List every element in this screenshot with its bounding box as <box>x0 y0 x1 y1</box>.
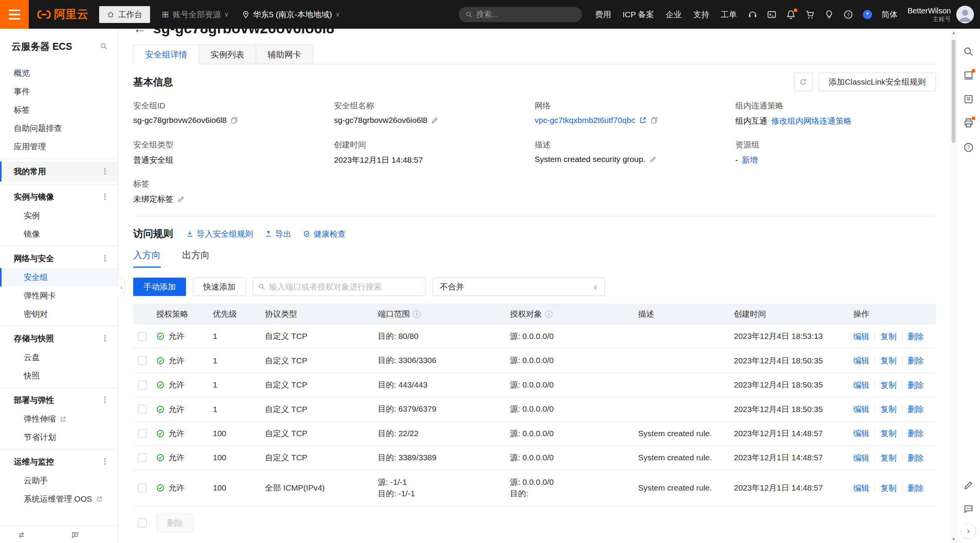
language-switch[interactable]: 简体 <box>882 9 898 20</box>
sidebar-group-header[interactable]: 运维与监控 ⋮ <box>0 452 118 471</box>
rule-action-copy[interactable]: 复制 <box>875 429 902 438</box>
sidebar-item[interactable]: 弹性网卡 <box>0 286 118 305</box>
column-header[interactable]: 创建时间 <box>734 309 853 319</box>
merge-select[interactable]: 不合并 ∨ <box>433 278 605 296</box>
service-icon[interactable] <box>748 10 758 20</box>
scroll-up-icon[interactable]: ▲ <box>951 30 956 35</box>
edit-icon[interactable] <box>649 155 657 163</box>
sidebar-group-header[interactable]: 部署与弹性 ⋮ <box>0 391 118 410</box>
rule-action-delete[interactable]: 删除 <box>902 484 929 492</box>
rail-list-icon[interactable] <box>963 94 974 105</box>
rule-action-delete[interactable]: 删除 <box>902 429 929 438</box>
sidebar-item[interactable]: 自助问题排查 <box>0 119 118 137</box>
direction-tab[interactable]: 出方向 <box>182 249 210 268</box>
edit-icon[interactable] <box>177 195 185 203</box>
rail-feedback-icon[interactable] <box>963 504 974 514</box>
rail-printer-icon[interactable] <box>963 118 974 128</box>
kebab-icon[interactable]: ⋮ <box>101 457 109 467</box>
quick-add-button[interactable]: 快速添加 <box>193 278 246 296</box>
sidebar-group-header[interactable]: 网络与安全 ⋮ <box>0 249 118 268</box>
detail-tab[interactable]: 辅助网卡 <box>256 45 313 64</box>
rules-search[interactable] <box>253 278 426 296</box>
sidebar-item[interactable]: 弹性伸缩 <box>0 410 118 428</box>
vpc-link[interactable]: vpc-gc7tkqxbmb2t6utf70qbc <box>535 116 635 125</box>
detail-tab[interactable]: 实例列表 <box>199 45 256 64</box>
column-header[interactable]: 描述 <box>638 309 734 319</box>
sidebar-item[interactable]: 密钥对 <box>0 305 118 323</box>
detail-tab[interactable]: 安全组详情 <box>133 45 199 64</box>
external-link-icon[interactable] <box>639 116 647 124</box>
row-checkbox[interactable] <box>138 381 147 389</box>
add-classiclink-rule-button[interactable]: 添加ClassicLink安全组规则 <box>818 73 936 91</box>
column-header[interactable]: 优先级 <box>213 309 265 319</box>
sidebar-group-header[interactable]: 存储与快照 ⋮ <box>0 329 118 348</box>
export-link[interactable]: 导出 <box>265 229 291 239</box>
sidebar-item[interactable]: 云助手 <box>0 471 118 490</box>
column-header[interactable]: 操作 <box>853 309 936 319</box>
sidebar-group-header[interactable]: 实例与镜像 ⋮ <box>0 187 118 206</box>
kebab-icon[interactable]: ⋮ <box>101 334 109 343</box>
region-selector[interactable]: 华东5 (南京-本地地域) ∨ <box>242 9 340 20</box>
copy-icon[interactable] <box>230 116 238 124</box>
back-icon[interactable]: ← <box>133 29 146 36</box>
edit-icon[interactable] <box>431 116 439 124</box>
row-checkbox[interactable] <box>138 484 147 492</box>
rail-help-icon[interactable]: ? <box>963 142 974 153</box>
topbar-link[interactable]: ICP 备案 <box>622 9 654 20</box>
globe-icon[interactable]: * <box>862 10 872 20</box>
sidebar-item[interactable]: 镜像 <box>0 225 118 243</box>
help-icon[interactable]: ? <box>843 10 853 20</box>
add-resource-group-link[interactable]: 新增 <box>742 155 758 165</box>
cart-icon[interactable] <box>805 10 815 20</box>
rail-edit-icon[interactable] <box>963 480 974 491</box>
bulb-icon[interactable] <box>824 10 834 20</box>
batch-delete-button[interactable]: 删除 <box>157 514 193 532</box>
rule-action-edit[interactable]: 编辑 <box>853 453 875 462</box>
rule-action-copy[interactable]: 复制 <box>875 381 902 389</box>
rule-action-copy[interactable]: 复制 <box>875 356 902 365</box>
hamburger-menu[interactable] <box>0 0 29 29</box>
select-all-checkbox[interactable] <box>138 518 147 527</box>
rail-expand-icon[interactable]: › <box>961 523 976 539</box>
rule-action-edit[interactable]: 编辑 <box>853 381 875 389</box>
row-checkbox[interactable] <box>138 332 147 341</box>
column-header[interactable]: 协议类型 <box>265 309 378 319</box>
sidebar-item[interactable]: 应用管理 <box>0 137 118 156</box>
sidebar-item[interactable]: 节省计划 <box>0 428 118 447</box>
rule-action-delete[interactable]: 删除 <box>902 405 929 414</box>
kebab-icon[interactable]: ⋮ <box>101 395 109 405</box>
info-icon[interactable]: i <box>413 311 420 318</box>
terminal-icon[interactable] <box>767 10 777 20</box>
sidebar-collapse-handle[interactable]: ‹ <box>118 278 125 296</box>
direction-tab[interactable]: 入方向 <box>133 249 161 268</box>
copy-icon[interactable] <box>650 116 658 124</box>
rule-action-edit[interactable]: 编辑 <box>853 356 875 365</box>
sidebar-item[interactable]: 系统运维管理 OOS <box>0 490 118 508</box>
sidebar-item[interactable]: 标签 <box>0 101 118 119</box>
rule-action-edit[interactable]: 编辑 <box>853 484 875 492</box>
kebab-icon[interactable]: ⋮ <box>101 192 109 202</box>
bell-icon[interactable] <box>786 10 796 20</box>
sidebar-item[interactable]: 概览 <box>0 64 118 82</box>
vertical-scrollbar[interactable]: ▲ ▼ <box>951 29 956 543</box>
rule-action-edit[interactable]: 编辑 <box>853 405 875 414</box>
sidebar-item-favorites[interactable]: 我的常用 ⋮ <box>0 162 118 182</box>
topbar-link[interactable]: 工单 <box>721 9 737 20</box>
sidebar-item[interactable]: 实例 <box>0 206 118 225</box>
rule-action-delete[interactable]: 删除 <box>902 332 929 341</box>
topbar-search[interactable] <box>459 7 582 22</box>
column-header[interactable]: 端口范围 i <box>378 309 510 319</box>
import-rules-link[interactable]: 导入安全组规则 <box>186 229 253 239</box>
rail-docs-icon[interactable] <box>963 70 974 81</box>
modify-policy-link[interactable]: 修改组内网络连通策略 <box>771 116 852 126</box>
row-checkbox[interactable] <box>138 405 147 414</box>
health-check-link[interactable]: 健康检查 <box>303 229 346 239</box>
topbar-link[interactable]: 费用 <box>595 9 611 20</box>
sidebar-item[interactable]: 快照 <box>0 366 118 385</box>
sidebar-item[interactable]: 事件 <box>0 82 118 101</box>
alibaba-cloud-logo[interactable]: 阿里云 <box>29 7 99 22</box>
column-header[interactable]: 授权对象 i <box>510 309 638 319</box>
scrollbar-thumb[interactable] <box>952 39 956 143</box>
kebab-icon[interactable]: ⋮ <box>101 167 109 177</box>
rule-action-copy[interactable]: 复制 <box>875 332 902 341</box>
